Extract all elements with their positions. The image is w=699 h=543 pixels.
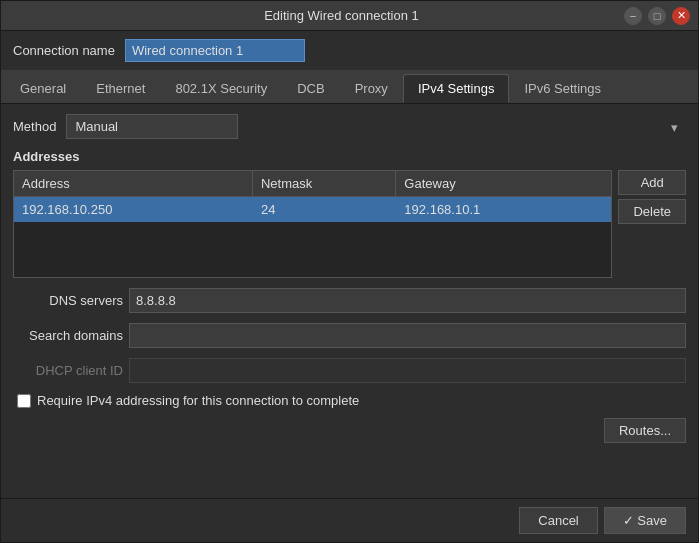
dhcp-client-id-input — [129, 358, 686, 383]
maximize-button[interactable]: □ — [648, 7, 666, 25]
cell-gateway: 192.168.10.1 — [396, 197, 611, 222]
tab-bar: General Ethernet 802.1X Security DCB Pro… — [1, 70, 698, 104]
footer: Cancel ✓ Save — [1, 498, 698, 542]
cell-netmask: 24 — [253, 197, 396, 222]
method-select[interactable]: Manual Automatic (DHCP) Link-Local Only … — [66, 114, 238, 139]
require-ipv4-row: Require IPv4 addressing for this connect… — [13, 393, 686, 408]
main-content: Method Manual Automatic (DHCP) Link-Loca… — [1, 104, 698, 498]
connection-name-input[interactable] — [125, 39, 305, 62]
dns-servers-input[interactable] — [129, 288, 686, 313]
search-domains-label: Search domains — [13, 328, 123, 343]
delete-button[interactable]: Delete — [618, 199, 686, 224]
close-button[interactable]: ✕ — [672, 7, 690, 25]
col-gateway: Gateway — [396, 171, 611, 196]
method-label: Method — [13, 119, 56, 134]
tab-ipv4-settings[interactable]: IPv4 Settings — [403, 74, 510, 103]
save-button[interactable]: ✓ Save — [604, 507, 686, 534]
tab-general[interactable]: General — [5, 74, 81, 103]
table-row[interactable]: 192.168.10.250 24 192.168.10.1 — [14, 197, 611, 222]
addresses-table: Address Netmask Gateway 192.168.10.250 2… — [13, 170, 612, 278]
tab-proxy[interactable]: Proxy — [340, 74, 403, 103]
addresses-section: Addresses Address Netmask Gateway 192.16… — [13, 149, 686, 278]
cancel-button[interactable]: Cancel — [519, 507, 597, 534]
col-address: Address — [14, 171, 253, 196]
tab-8021x-security[interactable]: 802.1X Security — [160, 74, 282, 103]
routes-row: Routes... — [13, 418, 686, 443]
search-domains-input[interactable] — [129, 323, 686, 348]
tab-dcb[interactable]: DCB — [282, 74, 339, 103]
main-window: Editing Wired connection 1 − □ ✕ Connect… — [0, 0, 699, 543]
method-select-wrapper: Manual Automatic (DHCP) Link-Local Only … — [66, 114, 686, 139]
tab-ipv6-settings[interactable]: IPv6 Settings — [509, 74, 616, 103]
tab-ethernet[interactable]: Ethernet — [81, 74, 160, 103]
table-body: 192.168.10.250 24 192.168.10.1 — [14, 197, 611, 277]
col-netmask: Netmask — [253, 171, 396, 196]
cell-address: 192.168.10.250 — [14, 197, 253, 222]
minimize-button[interactable]: − — [624, 7, 642, 25]
connection-name-row: Connection name — [1, 31, 698, 70]
connection-name-label: Connection name — [13, 43, 115, 58]
method-row: Method Manual Automatic (DHCP) Link-Loca… — [13, 114, 686, 139]
add-button[interactable]: Add — [618, 170, 686, 195]
addresses-label: Addresses — [13, 149, 686, 164]
window-controls: − □ ✕ — [624, 7, 690, 25]
table-header: Address Netmask Gateway — [14, 171, 611, 197]
search-domains-row: Search domains — [13, 323, 686, 348]
dhcp-client-id-label: DHCP client ID — [13, 363, 123, 378]
dns-servers-row: DNS servers — [13, 288, 686, 313]
titlebar: Editing Wired connection 1 − □ ✕ — [1, 1, 698, 31]
require-ipv4-checkbox[interactable] — [17, 394, 31, 408]
window-title: Editing Wired connection 1 — [59, 8, 624, 23]
routes-button[interactable]: Routes... — [604, 418, 686, 443]
require-ipv4-label: Require IPv4 addressing for this connect… — [37, 393, 359, 408]
dhcp-client-id-row: DHCP client ID — [13, 358, 686, 383]
addresses-container: Address Netmask Gateway 192.168.10.250 2… — [13, 170, 686, 278]
dns-servers-label: DNS servers — [13, 293, 123, 308]
table-actions: Add Delete — [618, 170, 686, 278]
